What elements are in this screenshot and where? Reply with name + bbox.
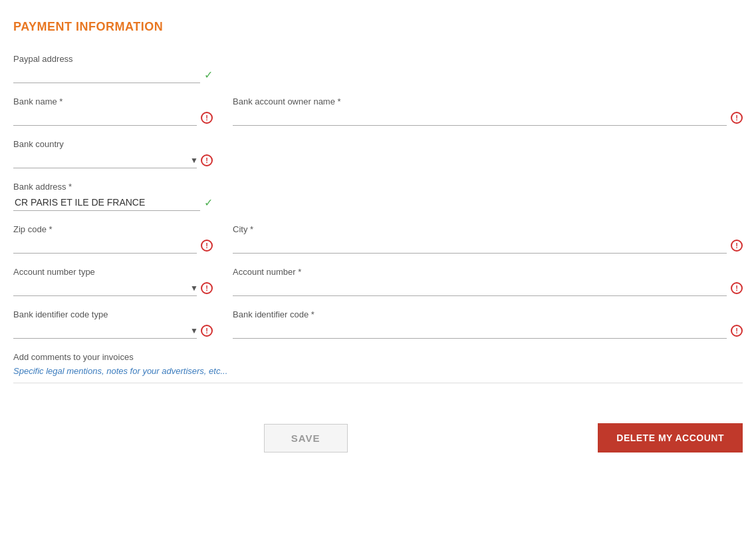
zip-code-input[interactable] [13,237,197,254]
bank-country-select[interactable] [13,152,197,168]
bank-id-code-label: Bank identifier code * [233,309,743,319]
bank-country-error-icon: ! [201,154,213,166]
zip-code-error-icon: ! [201,240,213,252]
bank-id-code-type-error-icon: ! [201,325,213,337]
delete-account-button[interactable]: DELETE MY ACCOUNT [598,423,743,453]
page-title: PAYMENT INFORMATION [13,20,743,34]
comments-placeholder: Specific legal mentions, notes for your … [13,366,743,376]
city-label: City * [233,224,743,234]
paypal-label: Paypal address [13,54,213,64]
bank-country-label: Bank country [13,139,213,149]
account-number-type-label: Account number type [13,267,213,277]
account-number-input[interactable] [233,279,727,296]
bank-name-error-icon: ! [201,112,213,124]
account-number-label: Account number * [233,267,743,277]
bank-account-owner-input[interactable] [233,109,727,126]
account-number-type-error-icon: ! [201,282,213,294]
bank-id-code-error-icon: ! [731,325,743,337]
bank-id-code-type-label: Bank identifier code type [13,309,213,319]
save-button[interactable]: SAVE [264,424,348,453]
account-number-type-select[interactable] [13,279,197,296]
account-number-error-icon: ! [731,282,743,294]
bank-name-label: Bank name * [13,96,213,106]
bank-address-label: Bank address * [13,182,213,192]
city-error-icon: ! [731,240,743,252]
bank-account-owner-label: Bank account owner name * [233,96,743,106]
paypal-check-icon: ✓ [204,69,213,81]
bank-id-code-input[interactable] [233,322,727,339]
zip-code-label: Zip code * [13,224,213,234]
bank-id-code-type-select[interactable] [13,322,197,339]
bank-name-input[interactable] [13,109,197,126]
comments-label: Add comments to your invoices [13,352,743,362]
bank-account-owner-error-icon: ! [731,112,743,124]
bank-address-check-icon: ✓ [204,196,213,209]
paypal-input[interactable] [13,67,200,83]
city-input[interactable] [233,237,727,254]
bank-address-input[interactable] [13,194,200,211]
